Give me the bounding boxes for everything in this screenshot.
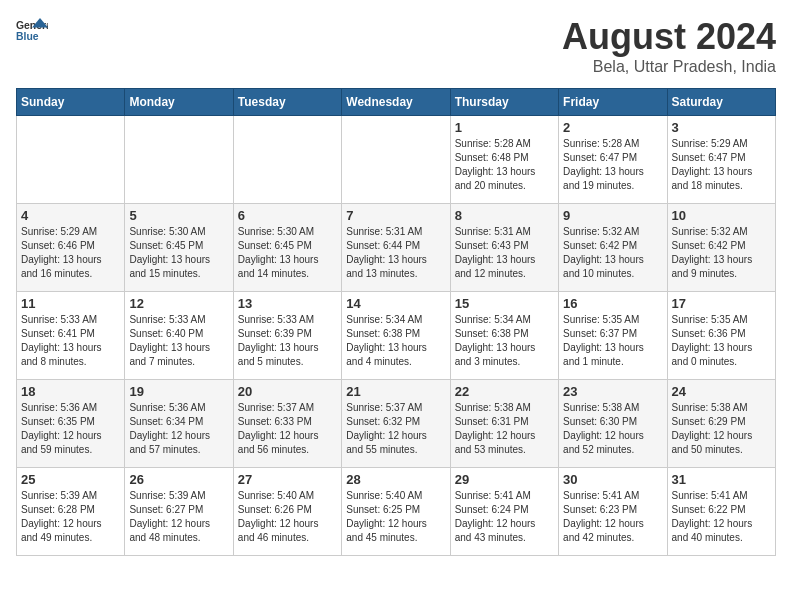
day-number: 24 <box>672 384 771 399</box>
day-info: Sunrise: 5:31 AM Sunset: 6:43 PM Dayligh… <box>455 225 554 281</box>
table-row <box>342 116 450 204</box>
day-info: Sunrise: 5:35 AM Sunset: 6:37 PM Dayligh… <box>563 313 662 369</box>
table-row: 8Sunrise: 5:31 AM Sunset: 6:43 PM Daylig… <box>450 204 558 292</box>
day-number: 20 <box>238 384 337 399</box>
col-saturday: Saturday <box>667 89 775 116</box>
month-year-title: August 2024 <box>562 16 776 58</box>
day-number: 19 <box>129 384 228 399</box>
day-number: 22 <box>455 384 554 399</box>
col-thursday: Thursday <box>450 89 558 116</box>
day-number: 13 <box>238 296 337 311</box>
calendar-week-row: 25Sunrise: 5:39 AM Sunset: 6:28 PM Dayli… <box>17 468 776 556</box>
table-row: 10Sunrise: 5:32 AM Sunset: 6:42 PM Dayli… <box>667 204 775 292</box>
calendar-week-row: 4Sunrise: 5:29 AM Sunset: 6:46 PM Daylig… <box>17 204 776 292</box>
logo: General Blue <box>16 16 48 44</box>
table-row: 14Sunrise: 5:34 AM Sunset: 6:38 PM Dayli… <box>342 292 450 380</box>
calendar-header-row: Sunday Monday Tuesday Wednesday Thursday… <box>17 89 776 116</box>
col-sunday: Sunday <box>17 89 125 116</box>
col-friday: Friday <box>559 89 667 116</box>
day-info: Sunrise: 5:30 AM Sunset: 6:45 PM Dayligh… <box>238 225 337 281</box>
table-row: 30Sunrise: 5:41 AM Sunset: 6:23 PM Dayli… <box>559 468 667 556</box>
day-info: Sunrise: 5:28 AM Sunset: 6:47 PM Dayligh… <box>563 137 662 193</box>
table-row: 18Sunrise: 5:36 AM Sunset: 6:35 PM Dayli… <box>17 380 125 468</box>
table-row: 29Sunrise: 5:41 AM Sunset: 6:24 PM Dayli… <box>450 468 558 556</box>
day-number: 28 <box>346 472 445 487</box>
day-info: Sunrise: 5:37 AM Sunset: 6:33 PM Dayligh… <box>238 401 337 457</box>
table-row: 25Sunrise: 5:39 AM Sunset: 6:28 PM Dayli… <box>17 468 125 556</box>
day-info: Sunrise: 5:41 AM Sunset: 6:24 PM Dayligh… <box>455 489 554 545</box>
table-row <box>125 116 233 204</box>
day-info: Sunrise: 5:39 AM Sunset: 6:28 PM Dayligh… <box>21 489 120 545</box>
day-info: Sunrise: 5:36 AM Sunset: 6:34 PM Dayligh… <box>129 401 228 457</box>
day-number: 27 <box>238 472 337 487</box>
day-info: Sunrise: 5:40 AM Sunset: 6:26 PM Dayligh… <box>238 489 337 545</box>
location-subtitle: Bela, Uttar Pradesh, India <box>562 58 776 76</box>
day-number: 4 <box>21 208 120 223</box>
day-info: Sunrise: 5:38 AM Sunset: 6:29 PM Dayligh… <box>672 401 771 457</box>
day-number: 10 <box>672 208 771 223</box>
calendar-week-row: 11Sunrise: 5:33 AM Sunset: 6:41 PM Dayli… <box>17 292 776 380</box>
svg-text:Blue: Blue <box>16 31 39 42</box>
title-block: August 2024 Bela, Uttar Pradesh, India <box>562 16 776 76</box>
table-row: 3Sunrise: 5:29 AM Sunset: 6:47 PM Daylig… <box>667 116 775 204</box>
day-number: 17 <box>672 296 771 311</box>
day-number: 8 <box>455 208 554 223</box>
day-number: 1 <box>455 120 554 135</box>
table-row: 22Sunrise: 5:38 AM Sunset: 6:31 PM Dayli… <box>450 380 558 468</box>
day-number: 30 <box>563 472 662 487</box>
day-info: Sunrise: 5:29 AM Sunset: 6:47 PM Dayligh… <box>672 137 771 193</box>
day-info: Sunrise: 5:30 AM Sunset: 6:45 PM Dayligh… <box>129 225 228 281</box>
page-header: General Blue August 2024 Bela, Uttar Pra… <box>16 16 776 76</box>
table-row <box>17 116 125 204</box>
day-info: Sunrise: 5:35 AM Sunset: 6:36 PM Dayligh… <box>672 313 771 369</box>
day-number: 18 <box>21 384 120 399</box>
calendar-week-row: 1Sunrise: 5:28 AM Sunset: 6:48 PM Daylig… <box>17 116 776 204</box>
table-row: 4Sunrise: 5:29 AM Sunset: 6:46 PM Daylig… <box>17 204 125 292</box>
day-number: 21 <box>346 384 445 399</box>
table-row: 2Sunrise: 5:28 AM Sunset: 6:47 PM Daylig… <box>559 116 667 204</box>
day-info: Sunrise: 5:41 AM Sunset: 6:23 PM Dayligh… <box>563 489 662 545</box>
day-info: Sunrise: 5:32 AM Sunset: 6:42 PM Dayligh… <box>672 225 771 281</box>
table-row: 20Sunrise: 5:37 AM Sunset: 6:33 PM Dayli… <box>233 380 341 468</box>
day-number: 9 <box>563 208 662 223</box>
table-row: 9Sunrise: 5:32 AM Sunset: 6:42 PM Daylig… <box>559 204 667 292</box>
day-number: 31 <box>672 472 771 487</box>
day-number: 15 <box>455 296 554 311</box>
col-tuesday: Tuesday <box>233 89 341 116</box>
day-number: 16 <box>563 296 662 311</box>
table-row: 7Sunrise: 5:31 AM Sunset: 6:44 PM Daylig… <box>342 204 450 292</box>
table-row: 5Sunrise: 5:30 AM Sunset: 6:45 PM Daylig… <box>125 204 233 292</box>
table-row <box>233 116 341 204</box>
day-info: Sunrise: 5:33 AM Sunset: 6:41 PM Dayligh… <box>21 313 120 369</box>
table-row: 23Sunrise: 5:38 AM Sunset: 6:30 PM Dayli… <box>559 380 667 468</box>
day-info: Sunrise: 5:31 AM Sunset: 6:44 PM Dayligh… <box>346 225 445 281</box>
col-wednesday: Wednesday <box>342 89 450 116</box>
day-info: Sunrise: 5:40 AM Sunset: 6:25 PM Dayligh… <box>346 489 445 545</box>
day-number: 23 <box>563 384 662 399</box>
table-row: 15Sunrise: 5:34 AM Sunset: 6:38 PM Dayli… <box>450 292 558 380</box>
day-number: 5 <box>129 208 228 223</box>
logo-icon: General Blue <box>16 16 48 44</box>
table-row: 12Sunrise: 5:33 AM Sunset: 6:40 PM Dayli… <box>125 292 233 380</box>
table-row: 16Sunrise: 5:35 AM Sunset: 6:37 PM Dayli… <box>559 292 667 380</box>
table-row: 26Sunrise: 5:39 AM Sunset: 6:27 PM Dayli… <box>125 468 233 556</box>
day-number: 6 <box>238 208 337 223</box>
day-number: 25 <box>21 472 120 487</box>
table-row: 31Sunrise: 5:41 AM Sunset: 6:22 PM Dayli… <box>667 468 775 556</box>
day-info: Sunrise: 5:29 AM Sunset: 6:46 PM Dayligh… <box>21 225 120 281</box>
col-monday: Monday <box>125 89 233 116</box>
day-info: Sunrise: 5:41 AM Sunset: 6:22 PM Dayligh… <box>672 489 771 545</box>
table-row: 27Sunrise: 5:40 AM Sunset: 6:26 PM Dayli… <box>233 468 341 556</box>
day-info: Sunrise: 5:32 AM Sunset: 6:42 PM Dayligh… <box>563 225 662 281</box>
table-row: 19Sunrise: 5:36 AM Sunset: 6:34 PM Dayli… <box>125 380 233 468</box>
table-row: 21Sunrise: 5:37 AM Sunset: 6:32 PM Dayli… <box>342 380 450 468</box>
day-number: 14 <box>346 296 445 311</box>
day-info: Sunrise: 5:36 AM Sunset: 6:35 PM Dayligh… <box>21 401 120 457</box>
table-row: 6Sunrise: 5:30 AM Sunset: 6:45 PM Daylig… <box>233 204 341 292</box>
table-row: 28Sunrise: 5:40 AM Sunset: 6:25 PM Dayli… <box>342 468 450 556</box>
day-info: Sunrise: 5:34 AM Sunset: 6:38 PM Dayligh… <box>346 313 445 369</box>
calendar-week-row: 18Sunrise: 5:36 AM Sunset: 6:35 PM Dayli… <box>17 380 776 468</box>
table-row: 11Sunrise: 5:33 AM Sunset: 6:41 PM Dayli… <box>17 292 125 380</box>
table-row: 24Sunrise: 5:38 AM Sunset: 6:29 PM Dayli… <box>667 380 775 468</box>
day-info: Sunrise: 5:37 AM Sunset: 6:32 PM Dayligh… <box>346 401 445 457</box>
